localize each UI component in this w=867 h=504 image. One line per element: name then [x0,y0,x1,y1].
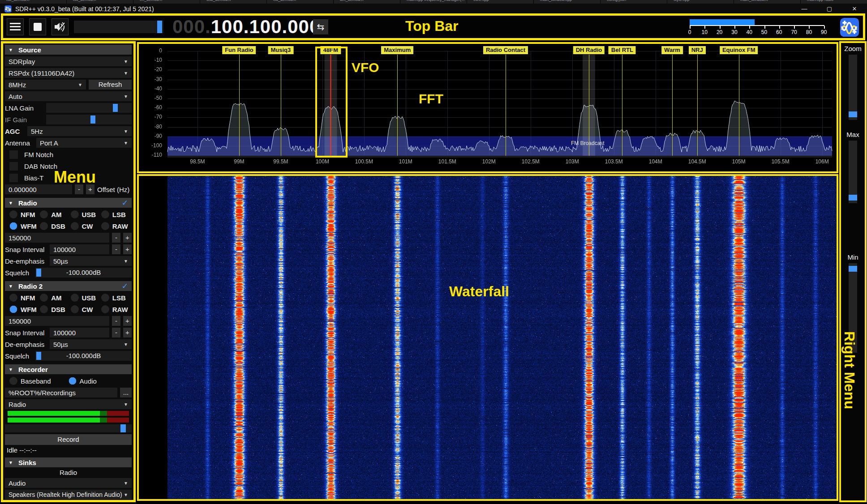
station-label[interactable]: Equinox FM [720,46,758,54]
lna-gain-slider[interactable] [46,103,132,113]
editor-tab[interactable]: cw_demod.h [267,0,334,4]
sink-type-dropdown[interactable]: Audio ▼ [5,478,132,488]
mode-wfm[interactable]: WFM [9,304,40,314]
mode-cw[interactable]: CW [71,304,101,314]
mode-nfm[interactable]: NFM [9,209,40,219]
mode-cw[interactable]: CW [71,221,101,231]
mode-raw[interactable]: RAW [101,221,132,231]
snap-decrement-button[interactable]: - [112,328,120,337]
dab-notch-checkbox[interactable] [9,162,18,171]
snap-increment-button[interactable]: + [123,328,132,337]
station-label[interactable]: Fun Radio [222,46,256,54]
slider-handle[interactable] [849,111,857,117]
mode-wfm[interactable]: WFM [9,221,40,231]
device-dropdown[interactable]: RSPdx (191106DA42) ▼ [5,68,132,78]
station-label[interactable]: Radio Contact [483,46,528,54]
mode-nfm[interactable]: NFM [9,293,40,303]
editor-tab[interactable]: main.cpp frequency_manager(... [400,0,467,4]
deemphasis-dropdown[interactable]: 50µs ▼ [50,256,132,266]
editor-tab[interactable]: fm_demod.h [133,0,200,4]
mode-am[interactable]: AM [40,209,70,219]
squelch-slider[interactable]: -100.000dB [35,268,132,278]
station-label[interactable]: DH Radio [573,46,605,54]
volume-slider-handle[interactable] [157,21,162,33]
mute-button[interactable] [52,18,69,35]
frequency-display[interactable]: 000.100.100.000 [172,16,320,38]
stop-button[interactable] [29,18,46,35]
source-type-dropdown[interactable]: SDRplay ▼ [5,56,132,66]
agc-mode-dropdown[interactable]: Auto ▼ [5,91,132,101]
waterfall-canvas[interactable] [139,176,837,499]
snap-interval-input[interactable]: 100000 [50,244,109,254]
frequency-swap-button[interactable]: ⇆ [313,19,328,34]
bandwidth-decrement-button[interactable]: - [112,233,120,243]
editor-tab[interactable]: config.json [601,0,667,4]
agc-rate-dropdown[interactable]: 5Hz ▼ [27,126,132,136]
recorder-section-header[interactable]: ▼ Recorder [5,364,132,374]
editor-tab[interactable]: main_window.cpp [534,0,601,4]
squelch-slider[interactable]: -100.000dB [35,351,132,361]
sinks-section-header[interactable]: ▼ Sinks [5,457,132,467]
bias-t-checkbox[interactable] [9,174,18,182]
radio2-section-header[interactable]: ▼ Radio 2 ✓ [5,281,132,291]
mode-am[interactable]: AM [40,293,70,303]
station-label[interactable]: Warm [661,46,683,54]
volume-slider[interactable] [74,21,163,33]
station-label[interactable]: Bel RTL [609,46,636,54]
recorder-mode-baseband[interactable]: Baseband [9,377,66,385]
browse-button[interactable]: ... [120,388,132,397]
mode-lsb[interactable]: LSB [101,209,132,219]
audio-device-dropdown[interactable]: Speakers (Realtek High Definition Audio)… [5,490,132,500]
antenna-dropdown[interactable]: Port A ▼ [36,138,132,148]
slider-handle[interactable] [849,195,857,201]
mode-dsb[interactable]: DSB [40,221,70,231]
snap-decrement-button[interactable]: - [112,244,120,254]
module-enabled-checkbox[interactable]: ✓ [122,282,128,291]
close-button[interactable]: ✕ [842,4,867,14]
snap-interval-input[interactable]: 100000 [50,328,109,337]
bandwidth-dropdown[interactable]: 8MHz ▼ [5,80,86,90]
recorder-volume-slider[interactable] [5,424,132,432]
bandwidth-decrement-button[interactable]: - [112,316,120,326]
minimize-button[interactable]: — [792,4,817,14]
maximize-button[interactable]: ▢ [817,4,842,14]
mode-lsb[interactable]: LSB [101,293,132,303]
module-enabled-checkbox[interactable]: ✓ [122,198,128,208]
bandwidth-input[interactable]: 150000 [5,316,109,326]
editor-tab[interactable]: main.cpp radio [801,0,867,4]
bandwidth-increment-button[interactable]: + [123,233,132,243]
slider-handle[interactable] [113,104,118,112]
snap-increment-button[interactable]: + [123,244,132,254]
recorder-mode-audio[interactable]: Audio [69,377,97,385]
max-slider[interactable] [849,141,857,203]
fft-canvas[interactable] [139,44,837,171]
recorder-stream-dropdown[interactable]: Radio ▼ [5,399,132,409]
mode-usb[interactable]: USB [71,293,101,303]
radio-section-header[interactable]: ▼ Radio ✓ [5,198,132,208]
slider-handle[interactable] [90,115,95,124]
slider-handle[interactable] [120,424,126,432]
deemphasis-dropdown[interactable]: 50µs ▼ [50,339,132,349]
editor-tab[interactable]: main_window.h [734,0,801,4]
station-label[interactable]: Maximum [381,46,413,54]
mode-dsb[interactable]: DSB [40,304,70,314]
editor-tab[interactable]: style.cpp [667,0,734,4]
editor-tab[interactable]: am_demod.h [334,0,400,4]
menu-toggle-button[interactable] [7,18,24,35]
station-label[interactable]: NRJ [689,46,706,54]
if-gain-slider[interactable] [46,115,132,124]
slider-handle[interactable] [849,266,857,272]
editor-tab[interactable]: lsb_demod.h [0,0,67,4]
editor-tab[interactable]: usb_demod.h [200,0,267,4]
editor-tab[interactable]: iso_demod.h [67,0,133,4]
editor-tab[interactable]: core.cpp [467,0,534,4]
refresh-button[interactable]: Refresh [89,80,132,90]
station-label[interactable]: Musiq3 [268,46,294,54]
record-button[interactable]: Record [5,434,132,445]
mode-raw[interactable]: RAW [101,304,132,314]
zoom-slider[interactable] [849,55,857,120]
source-section-header[interactable]: ▼ Source [5,45,132,55]
recording-path-input[interactable]: %ROOT%/Recordings [5,388,117,397]
mode-usb[interactable]: USB [71,209,101,219]
bandwidth-input[interactable]: 150000 [5,233,109,243]
